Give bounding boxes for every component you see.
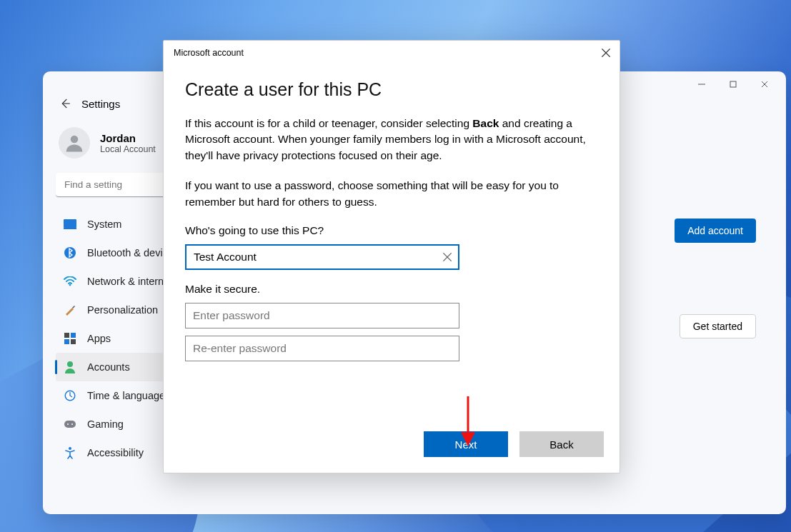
svg-point-19 [71,423,73,425]
svg-rect-11 [71,333,76,338]
gaming-icon [63,417,77,431]
user-subtext: Local Account [100,144,156,154]
nav-label: System [87,219,121,230]
maximize-button[interactable] [717,74,749,95]
clear-input-button[interactable] [441,251,454,264]
nav-label: Gaming [87,418,124,430]
dialog-paragraph-1: If this account is for a child or teenag… [185,116,598,164]
dialog-heading: Create a user for this PC [185,79,598,100]
svg-point-20 [69,447,71,450]
dialog-titlebar: Microsoft account [164,41,620,65]
back-arrow-icon[interactable] [59,97,71,110]
system-icon [63,217,77,231]
svg-rect-1 [730,81,736,87]
minimize-button[interactable] [686,74,717,95]
settings-title: Settings [81,98,120,110]
add-account-button[interactable]: Add account [675,219,756,243]
dialog-close-button[interactable] [600,46,612,59]
svg-marker-26 [461,432,475,446]
create-user-dialog: Microsoft account Create a user for this… [163,40,620,473]
nav-label: Network & internet [87,276,172,287]
minimize-icon [697,80,706,89]
nav-label: Accounts [87,361,130,373]
close-icon [760,80,769,89]
username-label: Who's going to use this PC? [185,224,598,237]
svg-rect-6 [64,219,76,228]
password-confirm-input[interactable] [185,336,459,361]
svg-point-5 [71,136,79,144]
para1-bold: Back [472,117,499,129]
dialog-footer: Next Back [164,420,620,473]
bluetooth-icon [63,246,77,260]
brush-icon [63,303,77,317]
dialog-paragraph-2: If you want to use a password, choose so… [185,178,598,210]
get-started-button[interactable]: Get started [680,314,756,338]
nav-label: Time & language [87,390,165,401]
accessibility-icon [63,446,77,460]
close-button[interactable] [749,74,780,95]
person-icon [64,132,85,154]
password-section-label: Make it secure. [185,283,598,296]
svg-rect-12 [64,339,69,344]
svg-rect-13 [71,339,76,344]
apps-icon [63,331,77,346]
svg-point-9 [69,284,71,286]
password-input[interactable] [185,303,459,328]
svg-point-14 [67,361,73,367]
para1-pre: If this account is for a child or teenag… [185,117,472,129]
dialog-title: Microsoft account [174,48,244,58]
svg-point-18 [67,423,69,425]
accounts-icon [63,360,77,374]
svg-rect-17 [64,421,76,428]
nav-label: Accessibility [87,447,144,458]
maximize-icon [729,80,737,89]
wifi-icon [63,274,77,288]
avatar [59,127,90,159]
nav-label: Apps [87,333,111,344]
nav-label: Personalization [87,304,158,316]
user-name: Jordan [100,132,156,144]
svg-rect-7 [64,228,76,229]
clock-icon [63,388,77,403]
back-button[interactable]: Back [519,431,604,457]
username-input[interactable] [185,244,459,270]
annotation-arrow-icon [457,393,479,450]
svg-rect-10 [64,333,69,338]
